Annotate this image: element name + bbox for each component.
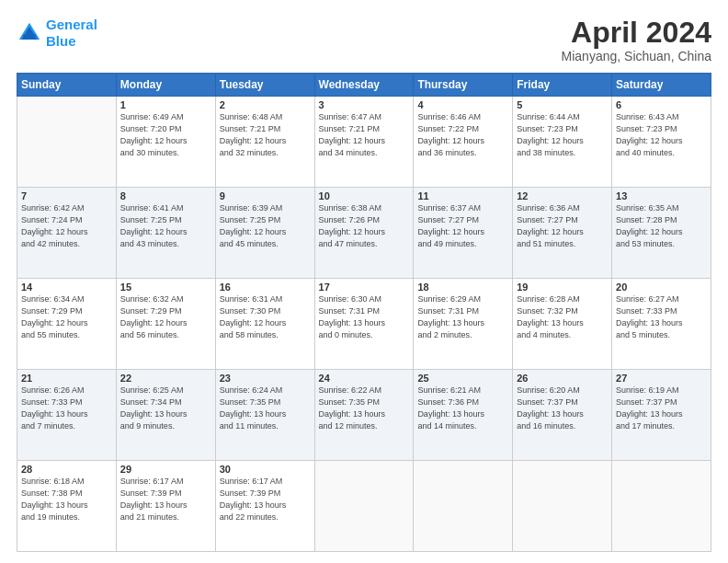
calendar-cell: 24Sunrise: 6:22 AMSunset: 7:35 PMDayligh… — [314, 370, 414, 461]
day-number: 13 — [616, 190, 707, 201]
day-number: 30 — [220, 464, 311, 475]
page: General Blue April 2024 Mianyang, Sichua… — [0, 0, 728, 563]
calendar-cell: 30Sunrise: 6:17 AMSunset: 7:39 PMDayligh… — [215, 461, 314, 552]
location: Mianyang, Sichuan, China — [562, 49, 711, 63]
calendar-cell: 15Sunrise: 6:32 AMSunset: 7:29 PMDayligh… — [116, 279, 215, 370]
col-header-monday: Monday — [116, 74, 215, 97]
calendar-cell: 18Sunrise: 6:29 AMSunset: 7:31 PMDayligh… — [414, 279, 513, 370]
calendar-cell — [414, 461, 513, 552]
calendar-cell: 11Sunrise: 6:37 AMSunset: 7:27 PMDayligh… — [414, 188, 513, 279]
day-number: 8 — [120, 190, 211, 201]
day-info: Sunrise: 6:32 AMSunset: 7:29 PMDaylight:… — [120, 293, 211, 341]
calendar-cell: 9Sunrise: 6:39 AMSunset: 7:25 PMDaylight… — [215, 188, 314, 279]
day-info: Sunrise: 6:30 AMSunset: 7:31 PMDaylight:… — [319, 293, 410, 341]
calendar-cell: 21Sunrise: 6:26 AMSunset: 7:33 PMDayligh… — [17, 370, 117, 461]
month-title: April 2024 — [562, 17, 711, 49]
day-number: 17 — [319, 282, 410, 293]
day-number: 11 — [417, 190, 508, 201]
logo-text: General Blue — [46, 17, 97, 50]
day-number: 19 — [517, 282, 608, 293]
day-number: 3 — [319, 99, 410, 110]
col-header-tuesday: Tuesday — [215, 74, 314, 97]
calendar-cell: 25Sunrise: 6:21 AMSunset: 7:36 PMDayligh… — [414, 370, 513, 461]
logo: General Blue — [17, 17, 97, 50]
day-info: Sunrise: 6:21 AMSunset: 7:36 PMDaylight:… — [417, 385, 508, 432]
day-info: Sunrise: 6:44 AMSunset: 7:23 PMDaylight:… — [517, 111, 608, 159]
calendar-cell: 5Sunrise: 6:44 AMSunset: 7:23 PMDaylight… — [513, 97, 612, 188]
day-number: 22 — [120, 373, 211, 384]
calendar-cell: 19Sunrise: 6:28 AMSunset: 7:32 PMDayligh… — [513, 279, 612, 370]
calendar-cell: 12Sunrise: 6:36 AMSunset: 7:27 PMDayligh… — [513, 188, 612, 279]
day-info: Sunrise: 6:41 AMSunset: 7:25 PMDaylight:… — [120, 202, 211, 250]
day-info: Sunrise: 6:42 AMSunset: 7:24 PMDaylight:… — [21, 202, 112, 250]
calendar-cell: 17Sunrise: 6:30 AMSunset: 7:31 PMDayligh… — [314, 279, 414, 370]
calendar-cell: 7Sunrise: 6:42 AMSunset: 7:24 PMDaylight… — [17, 188, 117, 279]
header: General Blue April 2024 Mianyang, Sichua… — [17, 17, 711, 63]
day-info: Sunrise: 6:35 AMSunset: 7:28 PMDaylight:… — [616, 202, 707, 250]
day-number: 27 — [616, 373, 707, 384]
calendar-cell: 1Sunrise: 6:49 AMSunset: 7:20 PMDaylight… — [116, 97, 215, 188]
day-info: Sunrise: 6:26 AMSunset: 7:33 PMDaylight:… — [21, 385, 112, 432]
svg-rect-2 — [23, 34, 36, 40]
calendar-cell — [513, 461, 612, 552]
day-number: 23 — [220, 373, 311, 384]
day-info: Sunrise: 6:29 AMSunset: 7:31 PMDaylight:… — [417, 293, 508, 341]
day-number: 20 — [616, 282, 707, 293]
day-number: 15 — [120, 282, 211, 293]
calendar-cell: 4Sunrise: 6:46 AMSunset: 7:22 PMDaylight… — [414, 97, 513, 188]
day-number: 16 — [220, 282, 311, 293]
day-number: 2 — [220, 99, 311, 110]
title-block: April 2024 Mianyang, Sichuan, China — [562, 17, 711, 63]
calendar-cell — [314, 461, 414, 552]
calendar-cell — [612, 461, 711, 552]
day-number: 24 — [319, 373, 410, 384]
calendar-cell: 3Sunrise: 6:47 AMSunset: 7:21 PMDaylight… — [314, 97, 414, 188]
calendar-cell: 8Sunrise: 6:41 AMSunset: 7:25 PMDaylight… — [116, 188, 215, 279]
day-info: Sunrise: 6:34 AMSunset: 7:29 PMDaylight:… — [21, 293, 112, 341]
day-number: 28 — [21, 464, 112, 475]
day-number: 12 — [517, 190, 608, 201]
day-info: Sunrise: 6:36 AMSunset: 7:27 PMDaylight:… — [517, 202, 608, 250]
day-info: Sunrise: 6:22 AMSunset: 7:35 PMDaylight:… — [319, 385, 410, 432]
col-header-sunday: Sunday — [17, 74, 117, 97]
day-info: Sunrise: 6:47 AMSunset: 7:21 PMDaylight:… — [319, 111, 410, 159]
day-info: Sunrise: 6:17 AMSunset: 7:39 PMDaylight:… — [220, 476, 311, 523]
day-info: Sunrise: 6:48 AMSunset: 7:21 PMDaylight:… — [220, 111, 311, 159]
day-info: Sunrise: 6:17 AMSunset: 7:39 PMDaylight:… — [120, 476, 211, 523]
calendar-cell: 27Sunrise: 6:19 AMSunset: 7:37 PMDayligh… — [612, 370, 711, 461]
col-header-saturday: Saturday — [612, 74, 711, 97]
calendar-table: SundayMondayTuesdayWednesdayThursdayFrid… — [17, 73, 711, 552]
calendar-cell: 14Sunrise: 6:34 AMSunset: 7:29 PMDayligh… — [17, 279, 117, 370]
day-info: Sunrise: 6:24 AMSunset: 7:35 PMDaylight:… — [220, 385, 311, 432]
day-info: Sunrise: 6:49 AMSunset: 7:20 PMDaylight:… — [120, 111, 211, 159]
day-info: Sunrise: 6:39 AMSunset: 7:25 PMDaylight:… — [220, 202, 311, 250]
calendar-cell: 10Sunrise: 6:38 AMSunset: 7:26 PMDayligh… — [314, 188, 414, 279]
day-number: 9 — [220, 190, 311, 201]
day-number: 29 — [120, 464, 211, 475]
day-number: 18 — [417, 282, 508, 293]
day-info: Sunrise: 6:19 AMSunset: 7:37 PMDaylight:… — [616, 385, 707, 432]
day-info: Sunrise: 6:46 AMSunset: 7:22 PMDaylight:… — [417, 111, 508, 159]
calendar-cell: 23Sunrise: 6:24 AMSunset: 7:35 PMDayligh… — [215, 370, 314, 461]
day-number: 4 — [417, 99, 508, 110]
day-info: Sunrise: 6:37 AMSunset: 7:27 PMDaylight:… — [417, 202, 508, 250]
day-info: Sunrise: 6:18 AMSunset: 7:38 PMDaylight:… — [21, 476, 112, 523]
day-info: Sunrise: 6:25 AMSunset: 7:34 PMDaylight:… — [120, 385, 211, 432]
day-number: 25 — [417, 373, 508, 384]
col-header-friday: Friday — [513, 74, 612, 97]
calendar-cell: 29Sunrise: 6:17 AMSunset: 7:39 PMDayligh… — [116, 461, 215, 552]
logo-icon — [17, 20, 42, 46]
calendar-cell: 16Sunrise: 6:31 AMSunset: 7:30 PMDayligh… — [215, 279, 314, 370]
calendar-cell: 2Sunrise: 6:48 AMSunset: 7:21 PMDaylight… — [215, 97, 314, 188]
calendar-cell: 20Sunrise: 6:27 AMSunset: 7:33 PMDayligh… — [612, 279, 711, 370]
calendar-cell: 22Sunrise: 6:25 AMSunset: 7:34 PMDayligh… — [116, 370, 215, 461]
day-info: Sunrise: 6:27 AMSunset: 7:33 PMDaylight:… — [616, 293, 707, 341]
day-number: 21 — [21, 373, 112, 384]
logo-line2: Blue — [46, 33, 76, 49]
day-number: 14 — [21, 282, 112, 293]
day-info: Sunrise: 6:38 AMSunset: 7:26 PMDaylight:… — [319, 202, 410, 250]
calendar-cell: 28Sunrise: 6:18 AMSunset: 7:38 PMDayligh… — [17, 461, 117, 552]
day-info: Sunrise: 6:28 AMSunset: 7:32 PMDaylight:… — [517, 293, 608, 341]
day-info: Sunrise: 6:31 AMSunset: 7:30 PMDaylight:… — [220, 293, 311, 341]
col-header-thursday: Thursday — [414, 74, 513, 97]
